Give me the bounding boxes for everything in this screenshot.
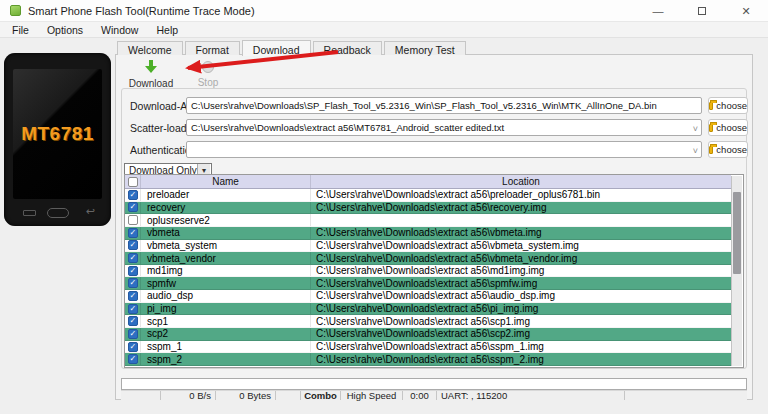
download-agent-input[interactable]: C:\Users\rahve\Downloads\SP_Flash_Tool_v… (186, 97, 702, 114)
maximize-icon (698, 7, 706, 15)
folder-icon (709, 146, 713, 154)
checkbox-cell (125, 341, 141, 353)
checkbox-cell (125, 303, 141, 315)
status-speed-mode: High Speed (341, 391, 403, 400)
menu-bar: File Options Window Help (0, 22, 768, 38)
row-checkbox[interactable] (128, 278, 138, 288)
app-window: Smart Phone Flash Tool(Runtime Trace Mod… (0, 0, 768, 414)
table-scrollbar[interactable] (731, 176, 742, 366)
name-column-header[interactable]: Name (141, 175, 311, 188)
status-speed: 0 B/s (161, 391, 216, 400)
row-checkbox[interactable] (128, 266, 138, 276)
row-name: vbmeta_system (141, 240, 311, 252)
tab-format[interactable]: Format (185, 41, 240, 55)
table-row[interactable]: recovery C:\Users\rahve\Downloads\extrac… (125, 202, 731, 215)
checkbox-cell (125, 315, 141, 327)
tab-welcome[interactable]: Welcome (117, 41, 183, 55)
status-empty (625, 391, 747, 400)
stop-button[interactable]: Stop (183, 60, 233, 88)
minimize-button[interactable]: — (636, 0, 680, 22)
table-row[interactable]: vbmeta_system C:\Users\rahve\Downloads\e… (125, 240, 731, 253)
row-checkbox[interactable] (128, 190, 138, 200)
row-checkbox[interactable] (128, 253, 138, 263)
row-name: scp1 (141, 315, 311, 327)
row-name: vbmeta (141, 227, 311, 239)
table-row[interactable]: vbmeta_vendor C:\Users\rahve\Downloads\e… (125, 252, 731, 265)
auth-file-combobox[interactable]: ˅ (186, 141, 702, 158)
download-agent-choose-button[interactable]: choose (708, 97, 748, 114)
row-checkbox[interactable] (128, 329, 138, 339)
location-column-header[interactable]: Location (311, 175, 731, 188)
menu-help[interactable]: Help (147, 23, 187, 37)
menu-window[interactable]: Window (92, 23, 147, 37)
checkbox-cell (125, 328, 141, 340)
phone-back-icon: ↩ (86, 205, 95, 218)
phone-screen: MT6781 (13, 69, 102, 199)
scatter-file-row: Scatter-loading File C:\Users\rahve\Down… (122, 119, 746, 136)
row-location: C:\Users\rahve\Downloads\extract a56\pre… (311, 189, 731, 200)
folder-icon (709, 102, 713, 110)
row-name: oplusreserve2 (141, 214, 311, 226)
tab-readback[interactable]: Readback (313, 41, 382, 55)
row-name: preloader (141, 189, 311, 201)
row-checkbox[interactable] (128, 202, 138, 212)
menu-options[interactable]: Options (38, 23, 92, 37)
download-button[interactable]: Download (126, 60, 176, 89)
row-checkbox[interactable] (128, 342, 138, 352)
choose-label: choose (716, 122, 747, 133)
chevron-down-icon[interactable]: ˅ (693, 144, 698, 158)
table-row[interactable]: spmfw C:\Users\rahve\Downloads\extract a… (125, 277, 731, 290)
table-row[interactable]: audio_dsp C:\Users\rahve\Downloads\extra… (125, 290, 731, 303)
table-row[interactable]: sspm_2 C:\Users\rahve\Downloads\extract … (125, 353, 731, 366)
checkbox-cell (125, 277, 141, 289)
row-checkbox[interactable] (128, 215, 138, 225)
table-header: Name Location (125, 175, 731, 189)
table-row[interactable]: scp1 C:\Users\rahve\Downloads\extract a5… (125, 315, 731, 328)
row-location: C:\Users\rahve\Downloads\extract a56\ssp… (311, 341, 731, 352)
table-row[interactable]: preloader C:\Users\rahve\Downloads\extra… (125, 189, 731, 202)
window-title: Smart Phone Flash Tool(Runtime Trace Mod… (28, 5, 255, 17)
checkbox-cell (125, 353, 141, 365)
row-checkbox[interactable] (128, 291, 138, 301)
row-checkbox[interactable] (128, 228, 138, 238)
phone-image: MT6781 ↩ (4, 53, 111, 226)
table-row[interactable]: sspm_1 C:\Users\rahve\Downloads\extract … (125, 341, 731, 354)
menu-file[interactable]: File (3, 23, 38, 37)
row-location: C:\Users\rahve\Downloads\extract a56\vbm… (311, 240, 731, 251)
row-location: C:\Users\rahve\Downloads\extract a56\spm… (311, 278, 731, 289)
table-row[interactable]: md1img C:\Users\rahve\Downloads\extract … (125, 265, 731, 278)
status-uart: UART: , 115200 (437, 391, 625, 400)
chipset-label: MT6781 (21, 123, 94, 145)
auth-file-choose-button[interactable]: choose (708, 141, 748, 158)
status-bar: 0 B/s 0 Bytes Combo High Speed 0:00 UART… (121, 390, 747, 400)
tab-download[interactable]: Download (242, 40, 311, 56)
folder-icon (709, 124, 713, 132)
close-button[interactable]: ✕ (724, 0, 768, 22)
checkbox-cell (125, 189, 141, 201)
chevron-down-icon[interactable]: ˅ (693, 122, 698, 136)
stop-icon (202, 61, 214, 73)
tab-memory-test[interactable]: Memory Test (384, 41, 466, 55)
table-row[interactable]: pi_img C:\Users\rahve\Downloads\extract … (125, 303, 731, 316)
maximize-button[interactable] (680, 0, 724, 22)
row-checkbox[interactable] (128, 354, 138, 364)
scrollbar-thumb[interactable] (733, 192, 741, 274)
table-row[interactable]: oplusreserve2 (125, 214, 731, 227)
checkbox-cell (125, 227, 141, 239)
select-all-checkbox[interactable] (128, 177, 138, 187)
checkbox-cell (125, 265, 141, 277)
row-checkbox[interactable] (128, 304, 138, 314)
scatter-file-choose-button[interactable]: choose (708, 119, 748, 136)
status-mode: Combo (301, 391, 341, 400)
checkbox-cell (125, 240, 141, 252)
phone-menu-icon (23, 210, 36, 216)
app-icon (10, 5, 21, 16)
table-row[interactable]: vbmeta C:\Users\rahve\Downloads\extract … (125, 227, 731, 240)
download-agent-row: Download-Agent C:\Users\rahve\Downloads\… (122, 97, 746, 114)
row-checkbox[interactable] (128, 240, 138, 250)
title-bar: Smart Phone Flash Tool(Runtime Trace Mod… (0, 0, 768, 22)
choose-label: choose (716, 100, 747, 111)
scatter-file-combobox[interactable]: C:\Users\rahve\Downloads\extract a56\MT6… (186, 119, 702, 136)
row-checkbox[interactable] (128, 316, 138, 326)
table-row[interactable]: scp2 C:\Users\rahve\Downloads\extract a5… (125, 328, 731, 341)
